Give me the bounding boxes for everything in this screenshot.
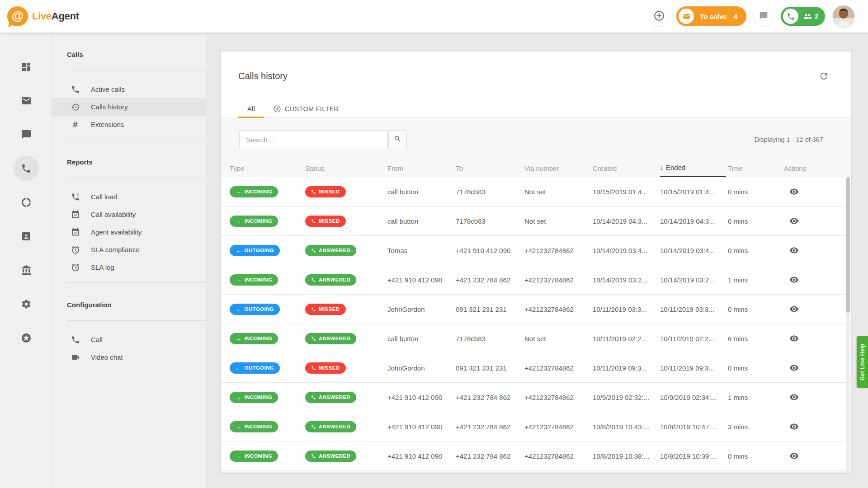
get-live-help-label: Get Live Help: [859, 343, 866, 380]
rail-item-company[interactable]: [14, 258, 39, 283]
status-cell: MISSED: [305, 304, 387, 315]
rail-item-settings[interactable]: [14, 291, 39, 317]
table-row[interactable]: → INCOMING MISSED call button 7178cb83 N…: [221, 206, 851, 236]
view-call-button[interactable]: [788, 422, 801, 432]
view-call-button[interactable]: [788, 451, 801, 461]
column-header-label: From: [387, 164, 403, 172]
column-header-status[interactable]: Status: [305, 159, 387, 177]
tab-all[interactable]: All: [238, 100, 264, 118]
created-cell: 10/14/2019 03:4...: [593, 247, 660, 254]
table-row[interactable]: → INCOMING ANSWERED +421 910 412 090 +42…: [221, 383, 851, 412]
table-row[interactable]: → INCOMING ANSWERED call button 7178cb83…: [221, 324, 851, 353]
table-row[interactable]: ← OUTGOING MISSED JohnGordon 091 321 231…: [221, 353, 851, 383]
column-header-from[interactable]: From: [387, 159, 456, 177]
column-header-via-number[interactable]: Via number: [524, 159, 593, 177]
nav-item-sla-log[interactable]: SLA log: [52, 258, 206, 276]
view-call-button[interactable]: [788, 216, 801, 226]
nav-item-agent-availability[interactable]: Agent availability: [52, 223, 206, 241]
plus-circle-icon: [653, 10, 665, 23]
from-cell: +421 910 412 090: [387, 276, 456, 284]
view-call-button[interactable]: [788, 245, 801, 256]
nav-item-call-load[interactable]: Call load: [52, 188, 206, 206]
column-header-label: Status: [305, 164, 325, 172]
table-header-row: TypeStatusFromToVia numberCreated↓EndedT…: [221, 159, 851, 177]
eye-icon: [789, 306, 799, 313]
created-cell: 10/14/2019 04:3...: [593, 217, 660, 225]
to-cell: +421 910 412 090: [456, 247, 524, 254]
view-call-button[interactable]: [788, 363, 801, 373]
chats-button[interactable]: [754, 7, 773, 26]
column-header-created[interactable]: Created: [593, 159, 660, 177]
tab-bar: AllCUSTOM FILTER: [221, 100, 851, 118]
upgrade-icon: [21, 333, 32, 343]
nav-item-video-chat[interactable]: Video chat: [52, 348, 206, 366]
phone-icon: [311, 454, 319, 459]
scrollbar-thumb[interactable]: [846, 177, 850, 313]
chats-icon: [21, 129, 32, 140]
time-cell: 1 mins: [728, 276, 784, 284]
column-header-ended[interactable]: ↓Ended: [660, 159, 726, 177]
contacts-icon: [21, 231, 32, 242]
table-row[interactable]: → INCOMING MISSED call button 7178cb83 N…: [221, 177, 851, 206]
tab-custom-filter[interactable]: CUSTOM FILTER: [264, 100, 348, 118]
rail-item-social[interactable]: [14, 190, 39, 215]
get-live-help-tab[interactable]: Get Live Help: [857, 336, 868, 388]
column-header-type[interactable]: Type: [230, 159, 305, 177]
rail-item-calls[interactable]: [14, 156, 39, 181]
created-cell: 10/11/2019 02:2...: [593, 335, 660, 343]
from-cell: Tomas: [387, 247, 456, 254]
alarm-icon: [71, 263, 80, 272]
view-call-button[interactable]: [788, 275, 801, 285]
call-type-badge: ← OUTGOING: [230, 245, 280, 256]
displaying-range: Displaying 1 - 12 of 367: [755, 130, 823, 149]
nav-item-extensions[interactable]: #Extensions: [52, 116, 206, 133]
table-row[interactable]: → INCOMING ANSWERED +421 910 412 090 +42…: [221, 441, 851, 471]
call-status-badge: ANSWERED: [305, 392, 356, 403]
nav-item-calls-history[interactable]: Calls history: [52, 98, 206, 116]
nav-item-sla-compliance[interactable]: SLA compliance: [52, 241, 206, 258]
settings-icon: [21, 299, 32, 310]
table-row[interactable]: ← OUTGOING MISSED JohnGordon 091 321 231…: [221, 295, 851, 324]
table-row[interactable]: → INCOMING ANSWERED +421 910 412 090 +42…: [221, 412, 851, 441]
user-avatar[interactable]: [833, 5, 854, 27]
to-solve-button[interactable]: To solve 4: [676, 6, 746, 26]
search-row: Displaying 1 - 12 of 367: [239, 130, 833, 149]
view-call-button[interactable]: [788, 187, 801, 197]
search-input[interactable]: [239, 130, 387, 149]
call-icon: [71, 335, 80, 344]
table-row[interactable]: → INCOMING ANSWERED +421 910 412 090 +42…: [221, 265, 851, 295]
column-header-actions[interactable]: Actions: [784, 159, 845, 177]
column-header-to[interactable]: To: [456, 159, 524, 177]
view-call-button[interactable]: [788, 392, 801, 403]
refresh-button[interactable]: [818, 71, 830, 83]
rail-item-chats[interactable]: [14, 122, 39, 147]
nav-item-call[interactable]: Call: [52, 331, 206, 348]
rail-item-upgrade[interactable]: [14, 325, 39, 351]
status-cell: MISSED: [305, 362, 387, 374]
view-call-button[interactable]: [788, 304, 801, 314]
via-number-cell: +421232784862: [524, 364, 593, 372]
column-header-label: Type: [230, 164, 245, 172]
created-cell: 10/14/2019 03:2...: [593, 276, 660, 284]
nav-section-header: Configuration: [67, 301, 206, 309]
calls-queue-button[interactable]: 2: [781, 7, 825, 26]
nav-item-label: Extensions: [91, 121, 124, 128]
ended-cell: 10/11/2019 09:3...: [660, 364, 728, 372]
actions-cell: [784, 333, 845, 344]
alarm-icon: [71, 245, 80, 254]
nav-item-call-availability[interactable]: Call availability: [52, 206, 206, 223]
rail-item-contacts[interactable]: [14, 224, 39, 249]
ended-cell: 10/14/2019 04:3...: [660, 217, 728, 225]
status-cell: MISSED: [305, 186, 387, 197]
rail-item-dashboard[interactable]: [14, 54, 39, 80]
table-row[interactable]: ← OUTGOING ANSWERED Tomas +421 910 412 0…: [221, 236, 851, 265]
call-status-badge: MISSED: [305, 216, 346, 227]
nav-item-active-calls[interactable]: Active calls: [52, 80, 206, 98]
view-call-button[interactable]: [788, 333, 801, 344]
search-button[interactable]: [388, 130, 407, 149]
type-cell: → INCOMING: [230, 333, 305, 344]
phone-icon: [311, 336, 319, 341]
add-button[interactable]: [650, 7, 669, 26]
column-header-time[interactable]: Time: [728, 159, 784, 177]
rail-item-tickets[interactable]: [14, 88, 39, 113]
